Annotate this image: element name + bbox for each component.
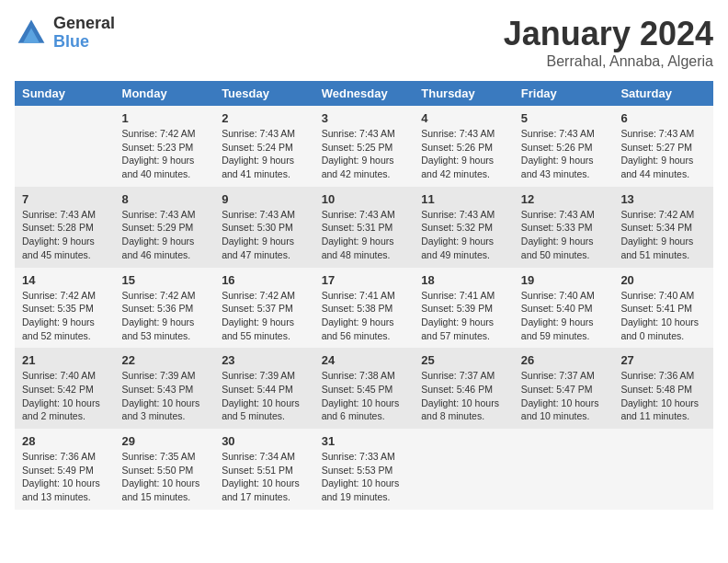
calendar-title: January 2024 (504, 15, 713, 53)
day-info: Sunrise: 7:39 AMSunset: 5:43 PMDaylight:… (122, 369, 208, 423)
calendar-cell: 30Sunrise: 7:34 AMSunset: 5:51 PMDayligh… (214, 429, 314, 510)
day-info: Sunrise: 7:42 AMSunset: 5:23 PMDaylight:… (122, 127, 208, 181)
calendar-cell (15, 106, 115, 187)
week-row-5: 28Sunrise: 7:36 AMSunset: 5:49 PMDayligh… (15, 429, 713, 510)
day-info: Sunrise: 7:43 AMSunset: 5:27 PMDaylight:… (620, 127, 706, 181)
day-number: 29 (122, 434, 208, 448)
logo-text: General Blue (53, 15, 115, 52)
day-number: 15 (122, 273, 208, 287)
day-info: Sunrise: 7:42 AMSunset: 5:36 PMDaylight:… (122, 289, 208, 343)
day-number: 31 (322, 434, 407, 448)
day-number: 22 (122, 353, 208, 367)
day-number: 27 (620, 353, 706, 367)
calendar-subtitle: Berrahal, Annaba, Algeria (504, 53, 713, 70)
day-info: Sunrise: 7:36 AMSunset: 5:48 PMDaylight:… (620, 369, 706, 423)
day-info: Sunrise: 7:38 AMSunset: 5:45 PMDaylight:… (322, 369, 407, 423)
calendar-cell: 29Sunrise: 7:35 AMSunset: 5:50 PMDayligh… (115, 429, 215, 510)
day-number: 12 (521, 192, 607, 206)
calendar-cell: 8Sunrise: 7:43 AMSunset: 5:29 PMDaylight… (115, 187, 215, 268)
day-number: 14 (22, 273, 108, 287)
day-info: Sunrise: 7:39 AMSunset: 5:44 PMDaylight:… (222, 369, 307, 423)
day-number: 30 (222, 434, 307, 448)
day-number: 7 (22, 192, 108, 206)
calendar-cell (414, 429, 514, 510)
day-number: 28 (22, 434, 108, 448)
day-number: 19 (521, 273, 607, 287)
calendar-cell: 9Sunrise: 7:43 AMSunset: 5:30 PMDaylight… (214, 187, 314, 268)
week-row-3: 14Sunrise: 7:42 AMSunset: 5:35 PMDayligh… (15, 268, 713, 349)
calendar-body: 1Sunrise: 7:42 AMSunset: 5:23 PMDaylight… (15, 106, 713, 510)
day-number: 25 (421, 353, 506, 367)
calendar-cell: 7Sunrise: 7:43 AMSunset: 5:28 PMDaylight… (15, 187, 115, 268)
week-row-1: 1Sunrise: 7:42 AMSunset: 5:23 PMDaylight… (15, 106, 713, 187)
day-info: Sunrise: 7:37 AMSunset: 5:46 PMDaylight:… (421, 369, 506, 423)
calendar-cell: 4Sunrise: 7:43 AMSunset: 5:26 PMDaylight… (414, 106, 514, 187)
day-info: Sunrise: 7:42 AMSunset: 5:37 PMDaylight:… (222, 289, 307, 343)
calendar-cell: 1Sunrise: 7:42 AMSunset: 5:23 PMDaylight… (115, 106, 215, 187)
day-number: 13 (620, 192, 706, 206)
calendar-cell: 5Sunrise: 7:43 AMSunset: 5:26 PMDaylight… (514, 106, 614, 187)
day-info: Sunrise: 7:40 AMSunset: 5:41 PMDaylight:… (620, 289, 706, 343)
day-number: 16 (222, 273, 307, 287)
title-block: January 2024 Berrahal, Annaba, Algeria (504, 15, 713, 70)
days-of-week-row: Sunday Monday Tuesday Wednesday Thursday… (15, 81, 713, 106)
day-info: Sunrise: 7:42 AMSunset: 5:35 PMDaylight:… (22, 289, 108, 343)
day-info: Sunrise: 7:43 AMSunset: 5:33 PMDaylight:… (521, 208, 607, 262)
day-number: 23 (222, 353, 307, 367)
day-info: Sunrise: 7:40 AMSunset: 5:42 PMDaylight:… (22, 369, 108, 423)
day-info: Sunrise: 7:43 AMSunset: 5:28 PMDaylight:… (22, 208, 108, 262)
day-info: Sunrise: 7:43 AMSunset: 5:32 PMDaylight:… (421, 208, 506, 262)
calendar-cell: 27Sunrise: 7:36 AMSunset: 5:48 PMDayligh… (613, 348, 713, 429)
day-info: Sunrise: 7:43 AMSunset: 5:30 PMDaylight:… (222, 208, 307, 262)
day-number: 4 (421, 111, 506, 125)
calendar-cell: 23Sunrise: 7:39 AMSunset: 5:44 PMDayligh… (214, 348, 314, 429)
logo-blue-text: Blue (53, 33, 115, 52)
calendar-cell: 6Sunrise: 7:43 AMSunset: 5:27 PMDaylight… (613, 106, 713, 187)
col-sunday: Sunday (15, 81, 115, 106)
day-info: Sunrise: 7:41 AMSunset: 5:39 PMDaylight:… (421, 289, 506, 343)
day-number: 24 (322, 353, 407, 367)
day-info: Sunrise: 7:33 AMSunset: 5:53 PMDaylight:… (322, 450, 407, 504)
day-info: Sunrise: 7:34 AMSunset: 5:51 PMDaylight:… (222, 450, 307, 504)
day-number: 20 (620, 273, 706, 287)
day-number: 18 (421, 273, 506, 287)
day-info: Sunrise: 7:36 AMSunset: 5:49 PMDaylight:… (22, 450, 108, 504)
logo-icon (15, 17, 48, 50)
calendar-cell: 12Sunrise: 7:43 AMSunset: 5:33 PMDayligh… (514, 187, 614, 268)
calendar-cell: 28Sunrise: 7:36 AMSunset: 5:49 PMDayligh… (15, 429, 115, 510)
calendar-cell: 19Sunrise: 7:40 AMSunset: 5:40 PMDayligh… (514, 268, 614, 349)
logo-general-text: General (53, 15, 115, 33)
calendar-cell: 24Sunrise: 7:38 AMSunset: 5:45 PMDayligh… (314, 348, 415, 429)
day-info: Sunrise: 7:43 AMSunset: 5:31 PMDaylight:… (322, 208, 407, 262)
day-number: 17 (322, 273, 407, 287)
day-info: Sunrise: 7:43 AMSunset: 5:26 PMDaylight:… (521, 127, 607, 181)
day-number: 6 (620, 111, 706, 125)
col-wednesday: Wednesday (314, 81, 415, 106)
calendar-cell (514, 429, 614, 510)
calendar-cell: 15Sunrise: 7:42 AMSunset: 5:36 PMDayligh… (115, 268, 215, 349)
day-number: 5 (521, 111, 607, 125)
calendar-table: Sunday Monday Tuesday Wednesday Thursday… (15, 81, 713, 510)
page-header: General Blue January 2024 Berrahal, Anna… (15, 15, 713, 70)
calendar-cell: 10Sunrise: 7:43 AMSunset: 5:31 PMDayligh… (314, 187, 415, 268)
calendar-cell: 2Sunrise: 7:43 AMSunset: 5:24 PMDaylight… (214, 106, 314, 187)
calendar-cell: 18Sunrise: 7:41 AMSunset: 5:39 PMDayligh… (414, 268, 514, 349)
col-thursday: Thursday (414, 81, 514, 106)
calendar-cell: 21Sunrise: 7:40 AMSunset: 5:42 PMDayligh… (15, 348, 115, 429)
day-info: Sunrise: 7:43 AMSunset: 5:25 PMDaylight:… (322, 127, 407, 181)
day-info: Sunrise: 7:35 AMSunset: 5:50 PMDaylight:… (122, 450, 208, 504)
col-tuesday: Tuesday (214, 81, 314, 106)
day-info: Sunrise: 7:42 AMSunset: 5:34 PMDaylight:… (620, 208, 706, 262)
week-row-4: 21Sunrise: 7:40 AMSunset: 5:42 PMDayligh… (15, 348, 713, 429)
calendar-cell: 14Sunrise: 7:42 AMSunset: 5:35 PMDayligh… (15, 268, 115, 349)
day-number: 2 (222, 111, 307, 125)
col-monday: Monday (115, 81, 215, 106)
day-number: 9 (222, 192, 307, 206)
logo: General Blue (15, 15, 115, 52)
day-info: Sunrise: 7:43 AMSunset: 5:24 PMDaylight:… (222, 127, 307, 181)
calendar-cell: 25Sunrise: 7:37 AMSunset: 5:46 PMDayligh… (414, 348, 514, 429)
calendar-cell: 31Sunrise: 7:33 AMSunset: 5:53 PMDayligh… (314, 429, 415, 510)
day-info: Sunrise: 7:43 AMSunset: 5:26 PMDaylight:… (421, 127, 506, 181)
calendar-cell (613, 429, 713, 510)
calendar-cell: 16Sunrise: 7:42 AMSunset: 5:37 PMDayligh… (214, 268, 314, 349)
